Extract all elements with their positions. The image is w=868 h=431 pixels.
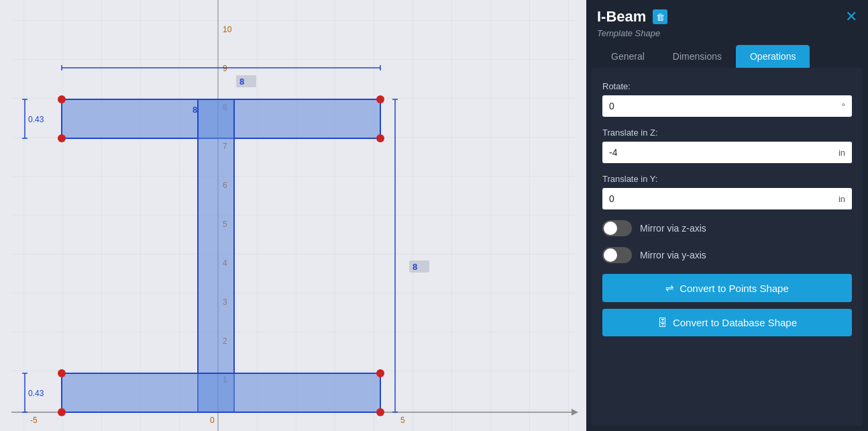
svg-text:0.43: 0.43 [28, 389, 44, 398]
convert-to-points-button[interactable]: ⇌ Convert to Points Shape [602, 274, 852, 302]
svg-text:0.43: 0.43 [28, 115, 44, 124]
tab-bar: General Dimensions Operations [586, 45, 868, 68]
translate-y-unit: in [832, 189, 852, 209]
mirror-z-toggle[interactable] [602, 220, 632, 236]
panel-subtitle: Template Shape [586, 28, 868, 45]
svg-text:8: 8 [193, 105, 197, 115]
translate-z-input-wrap: in [602, 142, 852, 163]
mirror-z-label: Mirror via z-axis [640, 223, 706, 234]
svg-rect-22 [198, 99, 234, 412]
mirror-y-label: Mirror via y-axis [640, 250, 706, 260]
svg-point-25 [376, 95, 384, 103]
svg-point-29 [376, 369, 384, 377]
translate-y-label: Translate in Y: [602, 174, 852, 184]
translate-y-input[interactable] [602, 188, 832, 209]
panel-title: I-Beam [597, 8, 646, 26]
convert-points-icon: ⇌ [665, 282, 674, 294]
svg-text:10: 10 [223, 25, 232, 34]
svg-point-26 [58, 134, 66, 142]
convert-database-icon: 🗄 [657, 317, 667, 328]
rotate-unit: ° [835, 96, 852, 117]
canvas-area: 10 9 8 7 6 5 4 3 2 1 0 5 -5 [0, 0, 586, 431]
translate-z-label: Translate in Z: [602, 128, 852, 138]
translate-z-input[interactable] [602, 142, 832, 163]
rotate-input-wrap: ° [602, 95, 852, 117]
trash-icon[interactable]: 🗑 [653, 9, 667, 24]
svg-text:5: 5 [400, 416, 405, 425]
svg-text:9: 9 [223, 64, 227, 73]
svg-point-30 [58, 408, 66, 416]
svg-point-28 [58, 369, 66, 377]
svg-text:8: 8 [413, 262, 417, 272]
svg-point-31 [376, 408, 384, 416]
mirror-y-toggle[interactable] [602, 247, 632, 263]
mirror-z-row: Mirror via z-axis [602, 220, 852, 236]
rotate-input[interactable] [602, 95, 835, 117]
translate-y-input-wrap: in [602, 188, 852, 209]
close-button[interactable]: ✕ [845, 9, 857, 24]
tab-general[interactable]: General [597, 45, 659, 68]
convert-database-label: Convert to Database Shape [673, 317, 797, 328]
svg-rect-23 [62, 373, 380, 412]
convert-points-label: Convert to Points Shape [680, 283, 789, 294]
panel-header: I-Beam 🗑 ✕ [586, 0, 868, 28]
rotate-label: Rotate: [602, 81, 852, 91]
svg-text:0: 0 [210, 416, 215, 425]
tab-dimensions[interactable]: Dimensions [659, 45, 736, 68]
translate-z-unit: in [832, 142, 852, 163]
svg-rect-1 [11, 0, 575, 431]
svg-text:8: 8 [239, 77, 244, 87]
svg-text:-5: -5 [30, 416, 38, 425]
svg-point-24 [58, 95, 66, 103]
tab-operations[interactable]: Operations [736, 45, 810, 68]
operations-content: Rotate: ° Translate in Z: in Translate i… [592, 68, 863, 426]
right-panel: I-Beam 🗑 ✕ Template Shape General Dimens… [586, 0, 868, 431]
convert-to-database-button[interactable]: 🗄 Convert to Database Shape [602, 309, 852, 336]
mirror-y-row: Mirror via y-axis [602, 247, 852, 263]
svg-point-27 [376, 134, 384, 142]
